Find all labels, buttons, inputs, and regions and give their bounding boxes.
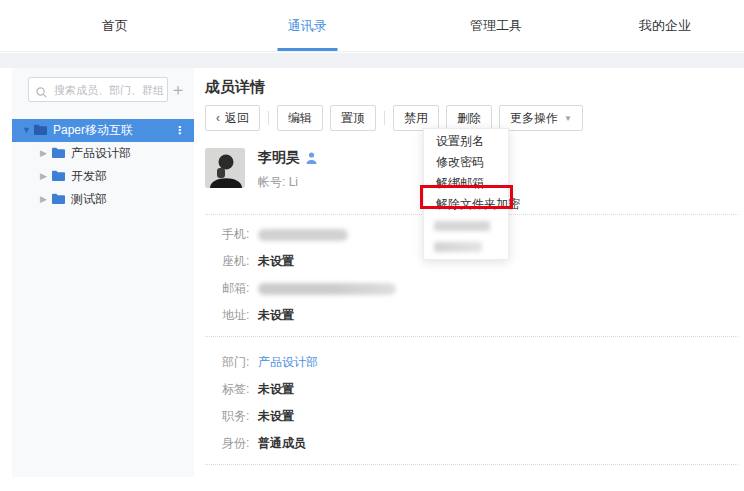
top-nav: 首页 通讯录 管理工具 我的企业 [0, 0, 744, 52]
tab-contacts[interactable]: 通讯录 [288, 0, 327, 51]
tree-item-label: 产品设计部 [71, 145, 194, 162]
tree-item-root[interactable]: ▼ Paper移动互联 ⋮ [12, 119, 194, 142]
department-row: 部门: 产品设计部 [222, 356, 738, 369]
more-actions-label: 更多操作 [510, 110, 558, 127]
tree-item-product-design[interactable]: ▶ 产品设计部 [12, 142, 194, 165]
redacted-menu-label [434, 242, 482, 252]
department-label: 部门: [222, 354, 258, 371]
landline-value: 未设置 [258, 253, 294, 270]
member-name: 李明昊 [258, 149, 300, 167]
tag-label: 标签: [222, 381, 258, 398]
job-title-value: 未设置 [258, 408, 294, 425]
edit-button[interactable]: 编辑 [277, 105, 323, 131]
address-row: 地址: 未设置 [222, 309, 738, 322]
folder-icon [52, 147, 65, 161]
member-person-icon [306, 152, 317, 164]
sidebar: ＋ ▼ Paper移动互联 ⋮ ▶ 产品设计部 ▶ [12, 68, 194, 477]
search-box [28, 77, 168, 102]
phone-label: 手机: [222, 226, 258, 243]
landline-label: 座机: [222, 253, 258, 270]
redacted-email-value [258, 283, 396, 295]
caret-down-icon: ▼ [564, 114, 572, 123]
folder-icon [34, 124, 47, 138]
tab-my-enterprise[interactable]: 我的企业 [639, 0, 691, 51]
more-actions-menu: 设置别名 修改密码 解绑邮箱 解除文件夹加密 [423, 128, 509, 260]
folder-icon [52, 193, 65, 207]
more-vertical-icon[interactable]: ⋮ [174, 124, 194, 137]
job-title-label: 职务: [222, 408, 258, 425]
more-actions-button[interactable]: 更多操作 ▼ [499, 105, 583, 131]
menu-item-remove-folder-encryption[interactable]: 解除文件夹加密 [424, 194, 508, 215]
search-input[interactable] [29, 78, 167, 101]
menu-item-set-alias[interactable]: 设置别名 [424, 131, 508, 152]
redacted-menu-label [434, 221, 490, 231]
sidebar-search-row: ＋ [12, 68, 194, 102]
avatar [205, 148, 245, 188]
toolbar-divider [268, 111, 269, 125]
search-icon [36, 84, 47, 102]
department-tree: ▼ Paper移动互联 ⋮ ▶ 产品设计部 ▶ 开发部 [12, 119, 194, 211]
back-chevron-icon: ‹ [216, 111, 220, 125]
account-value: Li [289, 175, 298, 189]
tag-value: 未设置 [258, 381, 294, 398]
account-label: 帐号: [258, 175, 285, 189]
nav-divider-band [0, 53, 744, 68]
tree-item-label: 开发部 [71, 168, 194, 185]
app-window: 首页 通讯录 管理工具 我的企业 ＋ ▼ Paper移动互联 ⋮ [0, 0, 744, 491]
menu-item-unbind-email[interactable]: 解绑邮箱 [424, 173, 508, 194]
caret-right-icon[interactable]: ▶ [40, 142, 52, 165]
back-button[interactable]: ‹ 返回 [205, 105, 260, 131]
tree-item-label: 测试部 [71, 191, 194, 208]
caret-right-icon[interactable]: ▶ [40, 188, 52, 211]
folder-icon [52, 170, 65, 184]
email-label: 邮箱: [222, 280, 258, 297]
caret-right-icon[interactable]: ▶ [40, 165, 52, 188]
role-value: 普通成员 [258, 435, 306, 452]
page-title: 成员详情 [205, 68, 738, 97]
job-title-row: 职务: 未设置 [222, 410, 738, 423]
profile-info: 李明昊 帐号: Li [258, 148, 317, 191]
toolbar-divider [384, 111, 385, 125]
role-label: 身份: [222, 435, 258, 452]
email-row: 邮箱: [222, 282, 738, 295]
back-button-label: 返回 [225, 110, 249, 127]
org-info-section: 部门: 产品设计部 标签: 未设置 职务: 未设置 身份: 普通成员 [205, 337, 738, 450]
add-button[interactable]: ＋ [168, 77, 188, 102]
menu-item-change-password[interactable]: 修改密码 [424, 152, 508, 173]
role-row: 身份: 普通成员 [222, 437, 738, 450]
menu-item-redacted[interactable] [424, 215, 508, 236]
tab-management-tools[interactable]: 管理工具 [470, 0, 522, 51]
menu-item-redacted[interactable] [424, 236, 508, 257]
member-account: 帐号: Li [258, 174, 317, 191]
tree-item-label: Paper移动互联 [53, 122, 174, 139]
tree-item-development[interactable]: ▶ 开发部 [12, 165, 194, 188]
address-value: 未设置 [258, 307, 294, 324]
tab-home[interactable]: 首页 [102, 0, 128, 51]
tree-item-testing[interactable]: ▶ 测试部 [12, 188, 194, 211]
caret-down-icon[interactable]: ▼ [22, 119, 34, 142]
redacted-phone-value [258, 229, 348, 241]
address-label: 地址: [222, 307, 258, 324]
tag-row: 标签: 未设置 [222, 383, 738, 396]
section-divider [205, 464, 738, 465]
pin-button[interactable]: 置顶 [330, 105, 376, 131]
department-link[interactable]: 产品设计部 [258, 354, 318, 371]
